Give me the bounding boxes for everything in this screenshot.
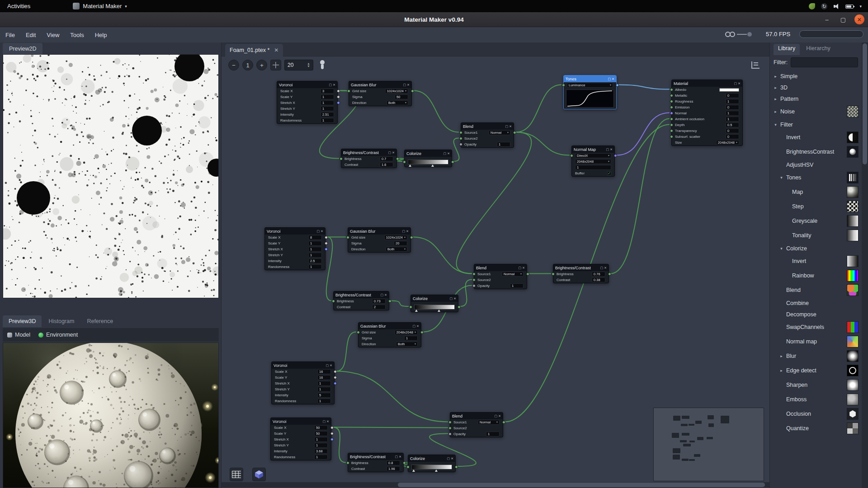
node-preview-icon[interactable]: ▢ xyxy=(329,83,332,87)
link-preview-icon[interactable] xyxy=(723,30,756,39)
chevron-down-icon[interactable]: ▾ xyxy=(778,175,784,180)
node-param-value[interactable]: 1 xyxy=(314,437,328,442)
node-output-port[interactable] xyxy=(337,95,340,99)
arrange-hierarchy-icon[interactable] xyxy=(751,61,760,69)
node-input-port[interactable] xyxy=(332,300,335,303)
preview3d-toggle-button[interactable] xyxy=(252,468,266,481)
node-input-port[interactable] xyxy=(347,89,350,93)
node-preview-icon[interactable]: ▢ xyxy=(495,414,498,418)
node-output-port[interactable] xyxy=(330,438,334,441)
node-param-value[interactable]: 1 xyxy=(726,111,739,116)
chevron-right-icon[interactable]: ▸ xyxy=(773,85,778,90)
node-output-port[interactable] xyxy=(325,242,328,245)
node-param-value[interactable]: 0 xyxy=(726,105,739,110)
node-output-port[interactable] xyxy=(337,101,340,104)
graph-node-gaussian-blur[interactable]: Gaussian Blur▢✕Grid size1024x1024▾Sigma5… xyxy=(349,81,412,106)
node-close-icon[interactable]: ✕ xyxy=(326,420,329,423)
library-item-pattern[interactable]: ▸Pattern xyxy=(770,93,862,104)
node-param-value[interactable]: 1 xyxy=(308,247,322,252)
chevron-right-icon[interactable]: ▸ xyxy=(778,368,784,373)
node-param-value[interactable]: 50 xyxy=(395,94,408,99)
node-param-value[interactable]: 2.51 xyxy=(321,112,334,117)
node-param-value[interactable]: 1 xyxy=(314,443,328,448)
system-menu-chevron-icon[interactable]: ▾ xyxy=(859,4,862,9)
node-param-value[interactable]: 1 xyxy=(317,381,331,386)
node-param-value[interactable]: 1 xyxy=(317,399,331,404)
node-input-port[interactable] xyxy=(406,465,410,469)
library-item-brightnesscontrast[interactable]: BrightnessContrast xyxy=(770,145,862,159)
filter-input[interactable] xyxy=(791,57,858,67)
node-param-dropdown[interactable]: Both▾ xyxy=(386,247,407,252)
node-output-port[interactable] xyxy=(330,426,334,429)
node-input-port[interactable] xyxy=(357,331,360,334)
node-close-icon[interactable]: ✕ xyxy=(522,266,525,270)
node-preview-icon[interactable]: ▢ xyxy=(381,293,384,297)
chevron-right-icon[interactable]: ▸ xyxy=(773,74,778,79)
node-output-port[interactable] xyxy=(608,272,611,276)
node-param-dropdown[interactable]: Both▾ xyxy=(396,342,418,347)
graph-minimap[interactable] xyxy=(653,408,764,481)
graph-node-voronoi[interactable]: Voronoi▢✕Scale X16Scale Y16Stretch X1Str… xyxy=(271,361,335,404)
node-input-port[interactable] xyxy=(670,135,673,138)
node-param-value[interactable]: 1 xyxy=(308,241,322,246)
node-close-icon[interactable]: ✕ xyxy=(451,457,453,460)
node-param-dropdown[interactable]: Normal▾ xyxy=(478,420,500,425)
tab-foam-01[interactable]: Foam_01.ptex * ✕ xyxy=(225,44,283,56)
node-param-value[interactable]: 5 xyxy=(317,393,331,398)
tiling-preview-button[interactable] xyxy=(230,468,243,481)
node-output-port[interactable] xyxy=(458,305,461,309)
tab-preview3d[interactable]: Preview3D xyxy=(3,315,42,327)
library-item-combine[interactable]: Combine xyxy=(770,297,862,309)
gradient-editor[interactable] xyxy=(411,465,452,469)
library-item-adjusthsv[interactable]: AdjustHSV xyxy=(770,159,862,170)
node-param-value[interactable]: 1 xyxy=(317,387,331,392)
graph-node-gaussian-blur[interactable]: Gaussian Blur▢✕Grid size1024x1024▾Sigma2… xyxy=(348,227,411,253)
close-button[interactable]: ✕ xyxy=(854,14,864,24)
node-input-port[interactable] xyxy=(448,421,452,424)
node-close-icon[interactable]: ✕ xyxy=(453,297,456,300)
node-output-port[interactable] xyxy=(334,382,337,385)
graph-node-colorize[interactable]: Colorize▢✕ xyxy=(404,150,452,167)
node-param-dropdown[interactable]: 2048x2048▾ xyxy=(716,140,739,145)
node-preview-icon[interactable]: ▢ xyxy=(388,151,392,155)
graph-node-voronoi[interactable]: Voronoi▢✕Scale X50Scale Y50Stretch X1Str… xyxy=(270,418,331,460)
node-param-value[interactable]: 0.38 xyxy=(592,277,605,282)
app-menu-button[interactable]: Material Maker ▾ xyxy=(73,3,127,9)
node-output-port[interactable] xyxy=(403,461,406,465)
gradient-editor[interactable] xyxy=(408,160,448,164)
library-item-rainbow[interactable]: Rainbow xyxy=(770,268,862,283)
zoom-out-button[interactable]: − xyxy=(228,60,239,70)
node-input-port[interactable] xyxy=(340,157,343,160)
node-param-value[interactable]: 1 xyxy=(308,264,322,269)
node-param-value[interactable]: 2 xyxy=(372,305,386,310)
node-param-value[interactable]: 1 xyxy=(314,455,328,460)
node-preview-icon[interactable]: ▢ xyxy=(395,455,398,459)
tab-hierarchy[interactable]: Hierarchy xyxy=(802,44,835,55)
node-preview-icon[interactable]: ▢ xyxy=(403,83,406,87)
node-param-value[interactable]: 16 xyxy=(317,369,331,374)
node-preview-icon[interactable]: ▢ xyxy=(505,125,509,128)
library-item-decompose[interactable]: Decompose xyxy=(770,309,862,320)
node-close-icon[interactable]: ✕ xyxy=(604,266,607,270)
node-param-value[interactable]: 0 xyxy=(726,134,739,139)
maximize-button[interactable]: ▢ xyxy=(838,14,848,24)
preview2d-texture[interactable] xyxy=(3,55,218,298)
library-item-tonality[interactable]: Tonality xyxy=(770,228,862,243)
albedo-color-swatch[interactable] xyxy=(719,88,739,92)
node-output-port[interactable] xyxy=(420,331,424,334)
node-output-port[interactable] xyxy=(502,421,505,424)
graph-node-voronoi[interactable]: Voronoi▢✕Scale X3Scale Y1Stretch X1Stret… xyxy=(277,81,338,124)
node-input-port[interactable] xyxy=(670,94,673,97)
preview2d-view[interactable] xyxy=(3,54,219,298)
node-input-port[interactable] xyxy=(670,106,673,109)
node-preview-icon[interactable]: ▢ xyxy=(608,77,611,81)
chevron-right-icon[interactable]: ▸ xyxy=(778,354,784,358)
graph-node-brightness-contrast[interactable]: Brightness/Contrast▢✕Brightness0.73Contr… xyxy=(333,291,389,310)
sync-icon[interactable]: ↻ xyxy=(821,3,827,9)
node-param-value[interactable]: 1 xyxy=(510,283,524,288)
horizontal-scrollbar-thumb[interactable] xyxy=(398,483,765,487)
menu-edit[interactable]: Edit xyxy=(20,27,41,42)
node-preview-icon[interactable]: ▢ xyxy=(326,364,329,367)
zoom-in-button[interactable]: + xyxy=(256,60,267,70)
node-close-icon[interactable]: ✕ xyxy=(407,83,410,87)
